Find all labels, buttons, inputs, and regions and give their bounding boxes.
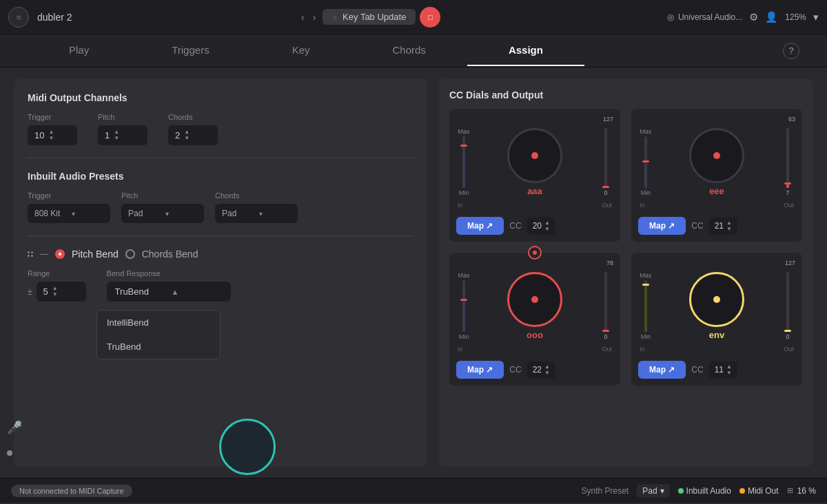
range-input[interactable]: 5 ▲ ▼ <box>37 282 86 302</box>
aaa-cc-input[interactable]: 20 ▲ ▼ <box>527 218 555 235</box>
settings-icon[interactable]: ⚙ <box>749 11 758 23</box>
aaa-left-slider[interactable]: Max Min <box>456 128 471 196</box>
chords-preset-arrow: ▾ <box>259 210 291 218</box>
env-cc-down[interactable]: ▼ <box>726 370 732 376</box>
tab-triggers[interactable]: Triggers <box>130 34 250 67</box>
env-cc-stepper[interactable]: ▲ ▼ <box>726 364 732 376</box>
eee-right-slider[interactable]: 7 <box>780 128 795 196</box>
ooo-right-slider[interactable]: 0 <box>598 272 613 340</box>
tab-assign[interactable]: Assign <box>467 34 584 67</box>
ooo-cc-stepper[interactable]: ▲ ▼ <box>544 364 550 376</box>
chords-channel-down[interactable]: ▼ <box>184 136 190 141</box>
eee-out-label: Out <box>784 202 794 209</box>
eee-knob[interactable] <box>689 128 744 183</box>
help-button[interactable]: ? <box>783 43 799 59</box>
eee-cc-down[interactable]: ▼ <box>726 227 732 232</box>
chords-channel-stepper[interactable]: ▲ ▼ <box>184 129 190 141</box>
trigger-channel-col: Trigger 10 ▲ ▼ <box>28 113 77 145</box>
range-label: Range <box>28 269 86 277</box>
ooo-cc-down[interactable]: ▼ <box>544 370 550 376</box>
channel-row: Trigger 10 ▲ ▼ Pitch 1 ▲ <box>28 113 414 145</box>
range-down[interactable]: ▼ <box>52 292 58 297</box>
env-map-button[interactable]: Map ↗ <box>638 361 686 379</box>
record-button[interactable]: □ <box>420 7 440 28</box>
response-col: Bend Response TruBend ▲ <box>107 269 231 302</box>
aaa-cc-up[interactable]: ▲ <box>544 220 550 226</box>
zoom-dropdown-icon[interactable]: ▾ <box>813 11 819 23</box>
cpu-icon: ⊞ <box>787 486 793 495</box>
pitch-preset-dropdown[interactable]: Pad ▾ <box>121 204 204 223</box>
ooo-cc-up[interactable]: ▲ <box>544 364 550 370</box>
trubend-option[interactable]: TruBend <box>97 335 220 359</box>
response-dropdown[interactable]: TruBend ▲ <box>107 282 231 302</box>
midi-output-title: Midi Output Channels <box>28 92 414 103</box>
trigger-channel-up[interactable]: ▲ <box>48 129 54 135</box>
eee-left-slider[interactable]: Max Min <box>638 128 653 196</box>
trigger-preset-dropdown[interactable]: 808 Kit ▾ <box>28 204 110 223</box>
chords-channel-up[interactable]: ▲ <box>184 129 190 135</box>
trigger-channel-stepper[interactable]: ▲ ▼ <box>48 129 54 141</box>
pitch-channel-input[interactable]: 1 ▲ ▼ <box>98 125 147 145</box>
nav-forward-button[interactable]: › <box>310 10 319 24</box>
eee-dial-center: eee <box>657 128 776 196</box>
env-cc-up[interactable]: ▲ <box>726 364 732 370</box>
env-cc-input[interactable]: 11 ▲ ▼ <box>709 361 737 379</box>
cc-grid: 127 Max Min aaa <box>449 109 802 386</box>
nav-back-button[interactable]: ‹ <box>298 10 307 24</box>
env-right-track <box>786 272 789 332</box>
range-stepper[interactable]: ▲ ▼ <box>52 286 58 297</box>
eee-cc-label: CC <box>691 221 703 231</box>
ooo-knob-label: ooo <box>527 330 543 340</box>
response-dropdown-list: IntelliBend TruBend <box>96 310 221 359</box>
chords-bend-radio[interactable] <box>125 249 135 259</box>
aaa-cc-down[interactable]: ▼ <box>544 227 550 232</box>
status-right: Synth Preset Pad ▾ Inbuilt Audio Midi Ou… <box>582 484 817 498</box>
aaa-map-button[interactable]: Map ↗ <box>456 217 504 235</box>
eee-cc-up[interactable]: ▲ <box>726 220 732 226</box>
teal-circle[interactable] <box>219 419 276 475</box>
user-icon[interactable]: 👤 <box>765 11 778 23</box>
not-connected-badge: Not connected to MIDI Capture <box>11 485 132 497</box>
tab-key[interactable]: Key <box>251 34 351 67</box>
trigger-channel-input[interactable]: 10 ▲ ▼ <box>28 125 77 145</box>
eee-cc-stepper[interactable]: ▲ ▼ <box>726 220 732 232</box>
trigger-channel-down[interactable]: ▼ <box>48 136 54 141</box>
aaa-knob[interactable] <box>507 128 562 183</box>
ooo-cc-input[interactable]: 22 ▲ ▼ <box>527 361 555 379</box>
synth-preset-dropdown[interactable]: Pad ▾ <box>637 484 669 498</box>
pitch-bend-label: Pitch Bend <box>72 249 119 260</box>
eee-map-button[interactable]: Map ↗ <box>638 217 686 235</box>
eee-cc-input[interactable]: 21 ▲ ▼ <box>709 218 737 235</box>
response-value: TruBend <box>115 286 166 297</box>
env-right-slider[interactable]: 0 <box>780 272 795 340</box>
env-left-slider[interactable]: Max Min <box>638 272 653 340</box>
env-knob[interactable] <box>689 272 744 327</box>
aaa-cc-stepper[interactable]: ▲ ▼ <box>544 220 550 232</box>
universal-audio[interactable]: ◎ Universal Audio... <box>667 12 742 22</box>
ooo-knob[interactable] <box>507 272 562 327</box>
ua-icon: ◎ <box>667 12 674 22</box>
doc-tab[interactable]: ○ Key Tab Update <box>323 9 416 25</box>
ooo-map-button[interactable]: Map ↗ <box>456 361 504 379</box>
ooo-left-slider[interactable]: Max Min <box>456 272 471 340</box>
ooo-left-track <box>462 280 465 332</box>
grid-icon <box>28 251 33 257</box>
response-arrow: ▲ <box>172 288 223 296</box>
ooo-min-label: Min <box>459 333 469 340</box>
pitch-channel-down[interactable]: ▼ <box>114 136 119 141</box>
mic-icon[interactable]: 🎤 <box>7 420 22 435</box>
cc-title: CC Dials and Output <box>449 90 802 101</box>
chords-preset-dropdown[interactable]: Pad ▾ <box>215 204 298 223</box>
pitch-channel-up[interactable]: ▲ <box>114 129 119 135</box>
aaa-right-slider[interactable]: 0 <box>598 128 613 196</box>
pitch-bend-radio[interactable] <box>55 249 65 259</box>
ooo-right-track <box>604 272 607 332</box>
pitch-channel-stepper[interactable]: ▲ ▼ <box>114 129 119 141</box>
tab-play[interactable]: Play <box>28 34 130 67</box>
intellibend-option[interactable]: IntelliBend <box>97 311 220 335</box>
range-up[interactable]: ▲ <box>52 286 58 291</box>
trigger-preset-value: 808 Kit <box>34 209 66 218</box>
chords-channel-input[interactable]: 2 ▲ ▼ <box>168 125 218 145</box>
tab-chords[interactable]: Chords <box>351 34 467 67</box>
cc-item-aaa: 127 Max Min aaa <box>449 109 620 242</box>
